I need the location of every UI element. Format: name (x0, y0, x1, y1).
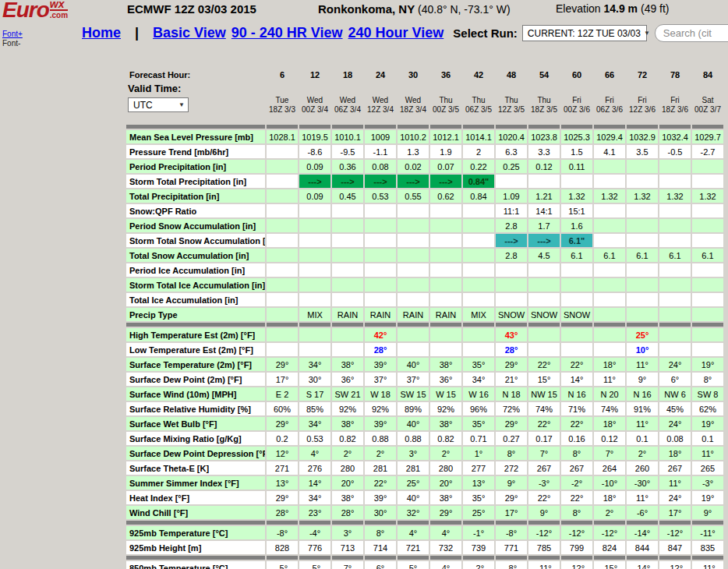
nav-90-240-hr-view-link[interactable]: 90 - 240 HR View (231, 25, 343, 41)
data-cell: 1012.1 (430, 130, 461, 143)
data-cell (659, 204, 691, 217)
data-cell: 0.1 (692, 432, 723, 445)
data-cell: 1.09 (496, 189, 527, 203)
logo-stack: wx .com (50, 0, 68, 19)
data-cell: 2 (463, 145, 494, 158)
data-cell: 835 (692, 541, 723, 554)
data-cell: 28° (332, 506, 363, 519)
nav-basic-view-link[interactable]: Basic View (153, 25, 226, 41)
valid-time-header: Wed12Z 3/4 (365, 82, 396, 116)
data-cell: 38° (430, 417, 461, 430)
valid-time-select[interactable]: UTC▼ (128, 97, 189, 112)
data-cell: 1010.1 (332, 130, 363, 143)
data-cell (659, 328, 691, 341)
data-cell (267, 328, 298, 341)
data-cell (430, 293, 461, 306)
data-cell: 0.88 (365, 432, 396, 445)
data-cell: 28° (496, 343, 527, 356)
section-divider (594, 125, 625, 129)
data-cell: NW 15 (528, 387, 560, 401)
data-cell: N 18 (496, 387, 527, 401)
valid-day: Fri (659, 96, 691, 105)
data-cell: 4.5 (528, 249, 560, 262)
data-cell (496, 175, 527, 188)
data-cell: 6° (659, 373, 691, 386)
section-divider (332, 521, 363, 525)
valid-datetime: 00Z 3/4 (299, 105, 330, 115)
section-divider (126, 125, 265, 129)
data-cell: 9° (528, 506, 560, 519)
data-cell: 267 (659, 461, 691, 475)
data-cell: 10° (627, 343, 658, 356)
row-label: Period Precipitation [in] (126, 160, 265, 173)
data-cell: ---> (332, 175, 363, 188)
data-cell: 92% (332, 402, 363, 415)
data-cell: E 2 (267, 387, 298, 401)
run-select-dropdown[interactable]: CURRENT: 12Z TUE 03/03 ▼ (522, 25, 647, 41)
data-cell: 7° (594, 447, 625, 460)
data-cell: 4° (398, 526, 429, 539)
data-cell: 776 (299, 541, 330, 554)
data-cell: -12° (561, 561, 592, 569)
section-divider (528, 125, 560, 129)
table-row: Surface Dew Point Depression [°F]12°4°2°… (126, 447, 723, 460)
font-increase-link[interactable]: Font+ (2, 30, 23, 39)
data-cell: 8° (692, 373, 723, 386)
data-cell: 1° (463, 447, 494, 460)
data-cell: 6.1 (692, 249, 723, 262)
eurowx-logo[interactable]: Euro wx .com (2, 0, 68, 22)
data-cell: 6.1 (659, 249, 691, 262)
data-cell (463, 278, 494, 292)
data-cell (267, 293, 298, 306)
elevation-info: Elevation 14.9 m (49 ft) (556, 2, 670, 15)
data-cell: -12° (561, 526, 592, 539)
table-row: Surface Wet Bulb [°F]29°34°38°39°40°38°3… (126, 417, 723, 430)
data-cell (692, 308, 723, 321)
data-cell: 1.21 (528, 189, 560, 203)
nav-home-link[interactable]: Home (82, 25, 121, 41)
row-label: Total Ice Accumulation [in] (126, 293, 265, 306)
forecast-hour-value: 84 (692, 69, 723, 80)
data-cell: 713 (332, 541, 363, 554)
data-cell: 40° (398, 491, 429, 504)
data-cell: 11° (627, 358, 658, 371)
data-cell: 7° (332, 561, 363, 569)
data-cell: 799 (561, 541, 592, 554)
logo-com-text: .com (50, 11, 68, 19)
search-input[interactable] (655, 24, 728, 42)
data-cell: W 18 (365, 387, 396, 401)
nav-240-hour-view-link[interactable]: 240 Hour View (348, 25, 444, 41)
data-cell: 260 (627, 461, 658, 475)
elevation-suffix: (49 ft) (638, 2, 669, 15)
data-cell (561, 328, 592, 341)
data-cell: 1.32 (692, 189, 723, 203)
data-cell: 38° (332, 491, 363, 504)
section-divider (430, 556, 461, 560)
data-cell: 25° (627, 328, 658, 341)
data-cell: 37° (398, 373, 429, 386)
data-cell: -12° (594, 526, 625, 539)
data-cell: 1010.2 (398, 130, 429, 143)
valid-day: Wed (398, 96, 429, 105)
forecast-hour-value: 54 (528, 69, 560, 80)
data-cell: 1.9 (430, 145, 461, 158)
section-divider (398, 323, 429, 327)
data-cell: 721 (398, 541, 429, 554)
data-cell (332, 293, 363, 306)
data-cell: 8° (496, 447, 527, 460)
section-divider (126, 521, 265, 525)
data-cell (561, 175, 592, 188)
data-cell: 0.09 (299, 160, 330, 173)
data-cell: 2° (430, 447, 461, 460)
data-cell: 0.53 (299, 432, 330, 445)
valid-time-value: UTC (133, 100, 153, 111)
valid-time-header: Thu06Z 3/5 (463, 82, 494, 116)
data-cell (627, 219, 658, 232)
data-cell (692, 293, 723, 306)
data-cell: SNOW (528, 308, 560, 321)
data-cell: 3.3 (528, 145, 560, 158)
data-cell: -2° (463, 561, 494, 569)
font-decrease-link[interactable]: Font- (2, 39, 23, 48)
data-cell (299, 204, 330, 217)
data-cell: 2.8 (496, 219, 527, 232)
